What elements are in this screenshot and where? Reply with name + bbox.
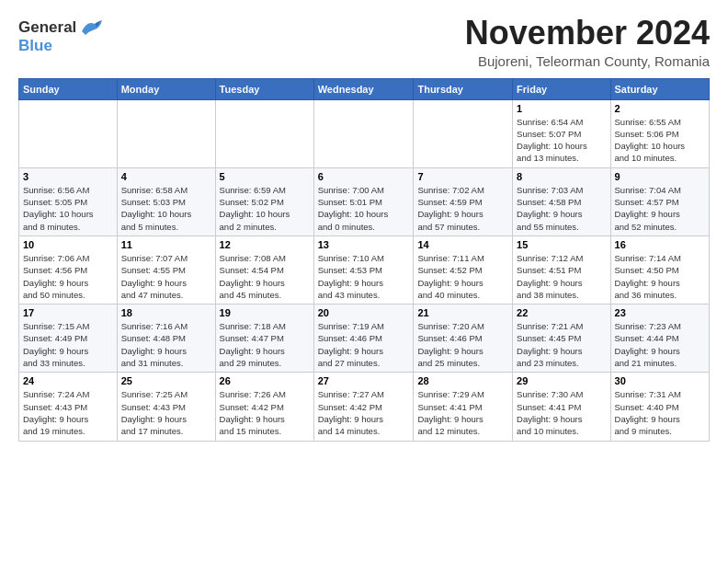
day-number: 14 <box>417 239 508 250</box>
day-info: Sunrise: 7:15 AM Sunset: 4:49 PM Dayligh… <box>23 320 113 369</box>
day-number: 8 <box>517 171 606 182</box>
day-number: 28 <box>417 375 508 386</box>
day-number: 13 <box>318 239 410 250</box>
weekday-header-saturday: Saturday <box>610 78 709 99</box>
day-info: Sunrise: 7:24 AM Sunset: 4:43 PM Dayligh… <box>23 388 113 437</box>
weekday-header-wednesday: Wednesday <box>313 78 414 99</box>
calendar-cell <box>215 99 313 167</box>
day-info: Sunrise: 7:06 AM Sunset: 4:56 PM Dayligh… <box>23 252 113 301</box>
calendar: SundayMondayTuesdayWednesdayThursdayFrid… <box>18 78 710 442</box>
calendar-cell: 11Sunrise: 7:07 AM Sunset: 4:55 PM Dayli… <box>117 236 215 304</box>
logo-blue: Blue <box>18 37 52 55</box>
calendar-cell: 17Sunrise: 7:15 AM Sunset: 4:49 PM Dayli… <box>19 304 118 373</box>
day-number: 21 <box>417 307 508 318</box>
header: General Blue November 2024 Bujoreni, Tel… <box>18 15 710 69</box>
day-info: Sunrise: 7:31 AM Sunset: 4:40 PM Dayligh… <box>615 388 705 437</box>
calendar-cell: 7Sunrise: 7:02 AM Sunset: 4:59 PM Daylig… <box>414 167 513 236</box>
calendar-cell: 25Sunrise: 7:25 AM Sunset: 4:43 PM Dayli… <box>117 373 215 441</box>
day-info: Sunrise: 7:27 AM Sunset: 4:42 PM Dayligh… <box>318 388 410 437</box>
calendar-cell: 19Sunrise: 7:18 AM Sunset: 4:47 PM Dayli… <box>215 304 313 373</box>
day-number: 23 <box>615 307 705 318</box>
day-number: 22 <box>517 307 606 318</box>
calendar-cell: 4Sunrise: 6:58 AM Sunset: 5:03 PM Daylig… <box>117 167 215 236</box>
logo: General Blue <box>18 18 104 55</box>
day-number: 17 <box>23 307 113 318</box>
day-number: 26 <box>220 375 310 386</box>
calendar-cell: 20Sunrise: 7:19 AM Sunset: 4:46 PM Dayli… <box>313 304 414 373</box>
calendar-cell: 15Sunrise: 7:12 AM Sunset: 4:51 PM Dayli… <box>513 236 610 304</box>
calendar-cell: 14Sunrise: 7:11 AM Sunset: 4:52 PM Dayli… <box>414 236 513 304</box>
day-info: Sunrise: 7:10 AM Sunset: 4:53 PM Dayligh… <box>318 252 410 301</box>
calendar-cell <box>117 99 215 167</box>
day-info: Sunrise: 6:59 AM Sunset: 5:02 PM Dayligh… <box>220 184 310 233</box>
calendar-cell: 23Sunrise: 7:23 AM Sunset: 4:44 PM Dayli… <box>610 304 709 373</box>
day-number: 19 <box>220 307 310 318</box>
day-info: Sunrise: 7:08 AM Sunset: 4:54 PM Dayligh… <box>220 252 310 301</box>
calendar-cell: 10Sunrise: 7:06 AM Sunset: 4:56 PM Dayli… <box>19 236 118 304</box>
day-info: Sunrise: 7:20 AM Sunset: 4:46 PM Dayligh… <box>417 320 508 369</box>
calendar-cell: 22Sunrise: 7:21 AM Sunset: 4:45 PM Dayli… <box>513 304 610 373</box>
weekday-header-sunday: Sunday <box>19 78 118 99</box>
weekday-header-monday: Monday <box>117 78 215 99</box>
title-area: November 2024 Bujoreni, Teleorman County… <box>465 15 710 69</box>
calendar-cell: 27Sunrise: 7:27 AM Sunset: 4:42 PM Dayli… <box>313 373 414 441</box>
subtitle: Bujoreni, Teleorman County, Romania <box>465 53 710 69</box>
day-number: 10 <box>23 239 113 250</box>
day-info: Sunrise: 7:12 AM Sunset: 4:51 PM Dayligh… <box>517 252 606 301</box>
weekday-header-tuesday: Tuesday <box>215 78 313 99</box>
day-info: Sunrise: 6:55 AM Sunset: 5:06 PM Dayligh… <box>615 116 705 165</box>
day-number: 12 <box>220 239 310 250</box>
calendar-cell <box>19 99 118 167</box>
day-info: Sunrise: 7:14 AM Sunset: 4:50 PM Dayligh… <box>615 252 705 301</box>
day-number: 5 <box>220 171 310 182</box>
logo-general: General <box>18 18 76 37</box>
day-number: 27 <box>318 375 410 386</box>
day-number: 25 <box>121 375 211 386</box>
day-info: Sunrise: 7:25 AM Sunset: 4:43 PM Dayligh… <box>121 388 211 437</box>
calendar-cell: 2Sunrise: 6:55 AM Sunset: 5:06 PM Daylig… <box>610 99 709 167</box>
day-info: Sunrise: 7:21 AM Sunset: 4:45 PM Dayligh… <box>517 320 606 369</box>
day-number: 3 <box>23 171 113 182</box>
calendar-cell <box>414 99 513 167</box>
day-info: Sunrise: 7:23 AM Sunset: 4:44 PM Dayligh… <box>615 320 705 369</box>
day-number: 1 <box>517 103 606 114</box>
week-row-5: 24Sunrise: 7:24 AM Sunset: 4:43 PM Dayli… <box>19 373 710 441</box>
calendar-cell <box>313 99 414 167</box>
day-number: 29 <box>517 375 606 386</box>
day-info: Sunrise: 7:19 AM Sunset: 4:46 PM Dayligh… <box>318 320 410 369</box>
day-info: Sunrise: 7:03 AM Sunset: 4:58 PM Dayligh… <box>517 184 606 233</box>
day-number: 11 <box>121 239 211 250</box>
calendar-cell: 21Sunrise: 7:20 AM Sunset: 4:46 PM Dayli… <box>414 304 513 373</box>
calendar-cell: 16Sunrise: 7:14 AM Sunset: 4:50 PM Dayli… <box>610 236 709 304</box>
weekday-header-friday: Friday <box>513 78 610 99</box>
day-info: Sunrise: 7:02 AM Sunset: 4:59 PM Dayligh… <box>417 184 508 233</box>
day-info: Sunrise: 7:04 AM Sunset: 4:57 PM Dayligh… <box>615 184 705 233</box>
calendar-header-row: SundayMondayTuesdayWednesdayThursdayFrid… <box>19 78 710 99</box>
day-number: 9 <box>615 171 705 182</box>
day-info: Sunrise: 7:29 AM Sunset: 4:41 PM Dayligh… <box>417 388 508 437</box>
day-number: 30 <box>615 375 705 386</box>
calendar-cell: 24Sunrise: 7:24 AM Sunset: 4:43 PM Dayli… <box>19 373 118 441</box>
day-number: 2 <box>615 103 705 114</box>
calendar-cell: 28Sunrise: 7:29 AM Sunset: 4:41 PM Dayli… <box>414 373 513 441</box>
day-info: Sunrise: 7:16 AM Sunset: 4:48 PM Dayligh… <box>121 320 211 369</box>
month-title: November 2024 <box>465 15 710 52</box>
day-number: 16 <box>615 239 705 250</box>
day-info: Sunrise: 7:26 AM Sunset: 4:42 PM Dayligh… <box>220 388 310 437</box>
calendar-cell: 8Sunrise: 7:03 AM Sunset: 4:58 PM Daylig… <box>513 167 610 236</box>
day-info: Sunrise: 7:00 AM Sunset: 5:01 PM Dayligh… <box>318 184 410 233</box>
day-number: 15 <box>517 239 606 250</box>
week-row-1: 1Sunrise: 6:54 AM Sunset: 5:07 PM Daylig… <box>19 99 710 167</box>
day-info: Sunrise: 6:54 AM Sunset: 5:07 PM Dayligh… <box>517 116 606 165</box>
calendar-cell: 6Sunrise: 7:00 AM Sunset: 5:01 PM Daylig… <box>313 167 414 236</box>
calendar-cell: 30Sunrise: 7:31 AM Sunset: 4:40 PM Dayli… <box>610 373 709 441</box>
calendar-cell: 9Sunrise: 7:04 AM Sunset: 4:57 PM Daylig… <box>610 167 709 236</box>
day-number: 7 <box>417 171 508 182</box>
day-info: Sunrise: 7:30 AM Sunset: 4:41 PM Dayligh… <box>517 388 606 437</box>
day-info: Sunrise: 7:07 AM Sunset: 4:55 PM Dayligh… <box>121 252 211 301</box>
weekday-header-thursday: Thursday <box>414 78 513 99</box>
day-number: 6 <box>318 171 410 182</box>
week-row-2: 3Sunrise: 6:56 AM Sunset: 5:05 PM Daylig… <box>19 167 710 236</box>
week-row-3: 10Sunrise: 7:06 AM Sunset: 4:56 PM Dayli… <box>19 236 710 304</box>
week-row-4: 17Sunrise: 7:15 AM Sunset: 4:49 PM Dayli… <box>19 304 710 373</box>
